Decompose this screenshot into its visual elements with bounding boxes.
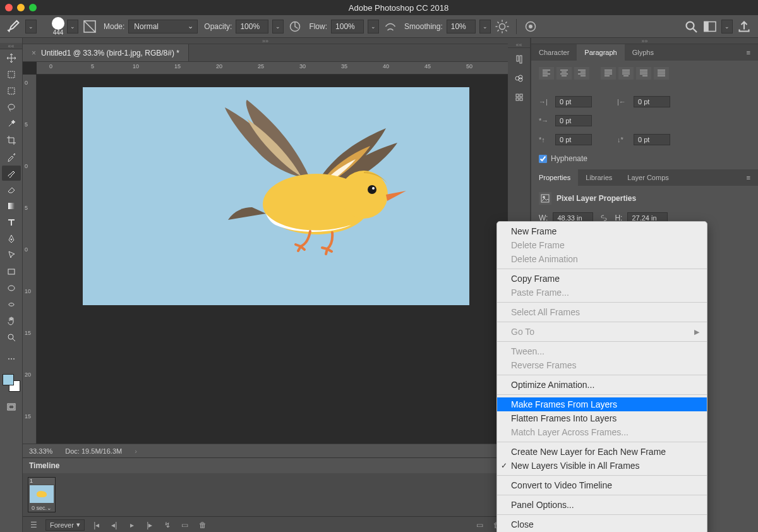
- frame-duration[interactable]: 0 sec.⌄: [28, 504, 55, 512]
- align-left-button[interactable]: [539, 67, 554, 80]
- type-tool[interactable]: [2, 215, 21, 230]
- frame-1[interactable]: 1 0 sec.⌄: [28, 477, 56, 512]
- brush-tool-icon[interactable]: [6, 19, 21, 34]
- indent-right-input[interactable]: 0 pt: [634, 96, 670, 107]
- opacity-input[interactable]: 100%: [236, 20, 268, 33]
- marquee-tool[interactable]: [2, 83, 21, 99]
- justify-left-button[interactable]: [601, 67, 616, 80]
- play-icon[interactable]: ▸: [126, 519, 138, 531]
- eraser-tool[interactable]: [2, 182, 21, 197]
- gradient-tool[interactable]: [2, 198, 21, 214]
- convert-timeline-icon[interactable]: ▭: [474, 519, 485, 531]
- tab-glyphs[interactable]: Glyphs: [625, 44, 661, 61]
- canvas-area[interactable]: 05101520253035404550 0505010152015: [23, 62, 508, 444]
- artboard-tool[interactable]: [2, 67, 21, 82]
- tween-icon[interactable]: ↯: [162, 519, 173, 531]
- brush-preset-picker[interactable]: ⌄: [67, 20, 78, 33]
- prev-frame-icon[interactable]: ◂|: [109, 519, 120, 531]
- menu-item[interactable]: New Frame: [497, 224, 707, 238]
- opacity-slider-toggle[interactable]: ⌄: [272, 20, 284, 33]
- justify-center-button[interactable]: [618, 67, 634, 80]
- panels-collapse-arrows-right[interactable]: »»: [531, 38, 758, 44]
- quick-mask-icon[interactable]: [2, 399, 21, 414]
- pen-tool[interactable]: [2, 231, 21, 246]
- menu-item[interactable]: Close: [497, 517, 707, 531]
- tab-layer-comps[interactable]: Layer Comps: [620, 169, 676, 186]
- lasso-tool[interactable]: [2, 100, 21, 115]
- menu-item[interactable]: Optimize Animation...: [497, 378, 707, 392]
- new-frame-icon[interactable]: ▭: [179, 519, 191, 531]
- workspace-dropdown[interactable]: ⌄: [721, 20, 733, 33]
- tab-character[interactable]: Character: [531, 44, 577, 61]
- doc-size[interactable]: Doc: 19.5M/16.3M: [65, 447, 122, 455]
- path-select-tool[interactable]: [2, 248, 21, 263]
- brush-tool[interactable]: [2, 166, 21, 181]
- loop-select[interactable]: Forever ▾: [45, 519, 85, 531]
- rectangle-tool[interactable]: [2, 264, 21, 279]
- first-frame-icon[interactable]: |◂: [91, 519, 102, 531]
- edit-toolbar-icon[interactable]: ⋯: [2, 351, 21, 366]
- align-right-button[interactable]: [574, 67, 589, 80]
- foreground-color-swatch[interactable]: [3, 374, 14, 385]
- close-window-button[interactable]: [5, 4, 13, 11]
- brushes-panel-icon[interactable]: [510, 52, 529, 67]
- panel-menu-icon[interactable]: ≡: [739, 44, 758, 61]
- patterns-panel-icon[interactable]: [510, 90, 529, 105]
- tool-preset-picker[interactable]: ⌄: [25, 20, 37, 33]
- justify-right-button[interactable]: [636, 67, 651, 80]
- eyedropper-tool[interactable]: [2, 149, 21, 164]
- share-icon[interactable]: [737, 19, 752, 34]
- minimize-window-button[interactable]: [17, 4, 25, 11]
- tools-collapse-icon[interactable]: ««: [0, 43, 22, 49]
- menu-item[interactable]: Make Frames From Layers: [497, 397, 707, 411]
- tab-libraries[interactable]: Libraries: [578, 169, 620, 186]
- color-swatches[interactable]: [3, 374, 20, 392]
- menu-item[interactable]: Copy Frame: [497, 272, 707, 286]
- indent-left-input[interactable]: 0 pt: [555, 96, 592, 107]
- delete-frame-icon[interactable]: 🗑: [197, 519, 208, 531]
- menu-item[interactable]: Panel Options...: [497, 498, 707, 512]
- menu-item[interactable]: ✓New Layers Visible in All Frames: [497, 459, 707, 473]
- tab-properties[interactable]: Properties: [531, 169, 578, 186]
- properties-panel-menu-icon[interactable]: ≡: [739, 169, 758, 186]
- maximize-window-button[interactable]: [29, 4, 37, 11]
- magic-wand-tool[interactable]: [2, 116, 21, 131]
- symmetry-icon[interactable]: [523, 19, 538, 34]
- hand-tool[interactable]: [2, 313, 21, 329]
- status-more-icon[interactable]: ›: [135, 447, 137, 455]
- zoom-tool[interactable]: [2, 330, 21, 345]
- timeline-menu-icon[interactable]: ☰: [28, 519, 39, 531]
- airbrush-icon[interactable]: [383, 19, 398, 34]
- workspace-switcher-icon[interactable]: [702, 19, 718, 34]
- align-center-button[interactable]: [556, 67, 572, 80]
- hyphenate-checkbox[interactable]: Hyphenate: [539, 154, 750, 163]
- smoothing-options-icon[interactable]: [495, 19, 510, 34]
- space-after-input[interactable]: 0 pt: [634, 134, 670, 145]
- panel-collapse-arrows[interactable]: »»: [23, 38, 508, 44]
- menu-item[interactable]: Create New Layer for Each New Frame: [497, 445, 707, 459]
- custom-shape-tool[interactable]: [2, 297, 21, 312]
- panels-collapse-arrows[interactable]: ««: [508, 42, 530, 48]
- flow-slider-toggle[interactable]: ⌄: [368, 20, 379, 33]
- brush-preview[interactable]: 444: [52, 17, 64, 36]
- first-line-indent-input[interactable]: 0 pt: [555, 115, 592, 126]
- pressure-opacity-icon[interactable]: [287, 19, 303, 34]
- timeline-flyout-menu[interactable]: New FrameDelete FrameDelete AnimationCop…: [496, 221, 707, 532]
- menu-item[interactable]: Convert to Video Timeline: [497, 478, 707, 492]
- smoothing-input[interactable]: 10%: [447, 20, 476, 33]
- zoom-level[interactable]: 33.33%: [29, 447, 52, 455]
- smoothing-slider-toggle[interactable]: ⌄: [479, 20, 491, 33]
- flow-input[interactable]: 100%: [331, 20, 364, 33]
- ellipse-tool[interactable]: [2, 281, 21, 296]
- move-tool[interactable]: [2, 51, 21, 66]
- tab-paragraph[interactable]: Paragraph: [577, 44, 624, 61]
- document-tab[interactable]: ×Untitled1 @ 33.3% (bird-1.jpg, RGB/8#) …: [23, 44, 189, 61]
- swatches-panel-icon[interactable]: [510, 71, 529, 86]
- blend-mode-select[interactable]: Normal: [128, 20, 198, 33]
- justify-all-button[interactable]: [654, 67, 669, 80]
- crop-tool[interactable]: [2, 133, 21, 148]
- space-before-input[interactable]: 0 pt: [555, 134, 592, 145]
- search-icon[interactable]: [683, 19, 699, 34]
- menu-item[interactable]: Flatten Frames Into Layers: [497, 411, 707, 425]
- next-frame-icon[interactable]: |▸: [144, 519, 155, 531]
